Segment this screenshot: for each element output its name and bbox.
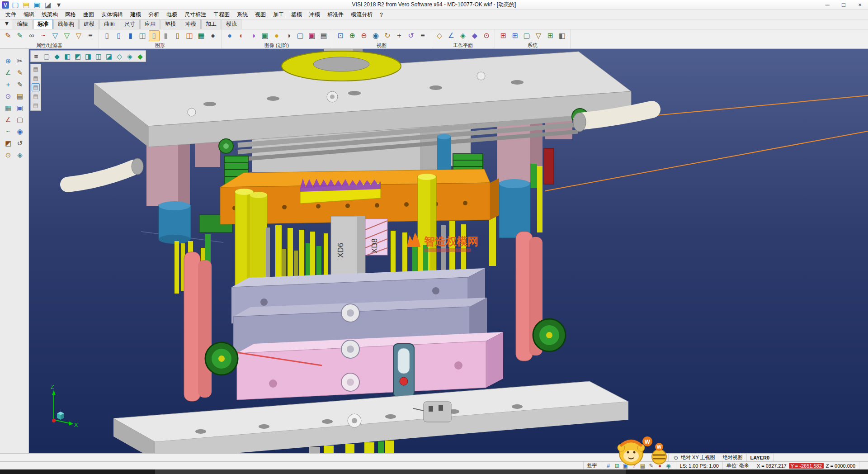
- render-icon[interactable]: ●: [224, 30, 235, 41]
- taskbar-window-segment[interactable]: [155, 469, 626, 474]
- latch-unit[interactable]: [393, 344, 414, 403]
- zoom-out-icon[interactable]: ⊖: [359, 30, 369, 41]
- left-view-icon[interactable]: ◫: [94, 51, 104, 61]
- texture-icon[interactable]: ▣: [259, 30, 270, 41]
- display-style-2-icon[interactable]: ▤: [32, 74, 40, 82]
- hidden-line-icon[interactable]: ▯: [113, 30, 124, 41]
- match-attributes-icon[interactable]: ✎: [14, 30, 25, 41]
- menu-item-14[interactable]: 塑模: [288, 10, 306, 19]
- chart-icon[interactable]: ▦: [3, 102, 14, 113]
- rotate-view-icon[interactable]: ↻: [382, 30, 393, 41]
- shadow-icon[interactable]: ◑: [283, 30, 294, 41]
- notes-icon[interactable]: ▤: [14, 90, 25, 101]
- units-segment[interactable]: 单位: 毫米: [722, 462, 753, 469]
- iso-view-icon[interactable]: ◆: [52, 51, 62, 61]
- save-doc-icon[interactable]: ▣: [32, 0, 42, 10]
- workplane-reset-icon[interactable]: ⊙: [481, 30, 492, 41]
- print-icon[interactable]: ◪: [42, 0, 53, 10]
- document-icon[interactable]: ▣: [14, 102, 25, 113]
- shaded-cube-icon[interactable]: ◆: [135, 51, 145, 61]
- lifting-handle-left[interactable]: [68, 158, 143, 185]
- right-view-icon[interactable]: ◨: [83, 51, 93, 61]
- return-pin-right-2[interactable]: [537, 166, 542, 232]
- gallery-icon[interactable]: ▤: [318, 30, 329, 41]
- quick-access-dropdown-icon[interactable]: ▾: [53, 0, 64, 10]
- center-bushings[interactable]: [341, 304, 359, 391]
- menu-item-17[interactable]: 模流分析: [347, 10, 376, 19]
- green-disc-top-left[interactable]: [219, 139, 233, 153]
- lighting-icon[interactable]: ●: [271, 30, 282, 41]
- tab-5[interactable]: 尺寸: [120, 19, 140, 29]
- selection-filter-icon[interactable]: ▽: [533, 30, 544, 41]
- absolute-view-segment[interactable]: 绝对视图: [719, 454, 746, 461]
- pan-view-icon[interactable]: +: [394, 30, 405, 41]
- history-icon[interactable]: ↺: [14, 137, 25, 148]
- active-layer-segment[interactable]: LAYER0: [746, 454, 773, 461]
- tab-2[interactable]: 线架构: [53, 19, 79, 29]
- tab-0[interactable]: 编辑: [13, 19, 33, 29]
- filter-add-icon[interactable]: ▽: [61, 30, 72, 41]
- menu-item-11[interactable]: 系统: [233, 10, 251, 19]
- menu-item-9[interactable]: 尺寸标注: [181, 10, 210, 19]
- menu-item-6[interactable]: 建模: [127, 10, 145, 19]
- zoom-window-icon[interactable]: ⊡: [335, 30, 346, 41]
- workplane-3points-icon[interactable]: ◈: [458, 30, 468, 41]
- blue-bushing[interactable]: [437, 134, 451, 172]
- menu-item-15[interactable]: 冲模: [306, 10, 324, 19]
- tab-4[interactable]: 曲面: [99, 19, 119, 29]
- workplane-xy-icon[interactable]: ∠: [446, 30, 457, 41]
- edit-attributes-icon[interactable]: ✎: [3, 30, 14, 41]
- menu-item-10[interactable]: 工程图: [210, 10, 233, 19]
- top-view-icon[interactable]: ◩: [73, 51, 83, 61]
- close-button[interactable]: ×: [852, 0, 868, 9]
- menu-item-7[interactable]: 分析: [145, 10, 163, 19]
- zoom-all-icon[interactable]: ◉: [370, 30, 381, 41]
- tab-6[interactable]: 应用: [140, 19, 160, 29]
- shaded-icon[interactable]: ▮: [125, 30, 136, 41]
- clipboard-icon[interactable]: ▢: [14, 114, 25, 125]
- menu-item-12[interactable]: 视图: [251, 10, 269, 19]
- tab-10[interactable]: 模流: [222, 19, 241, 29]
- open-doc-icon[interactable]: ▤: [21, 0, 32, 10]
- trim-icon[interactable]: ✂: [14, 55, 25, 66]
- menu-item-8[interactable]: 电极: [163, 10, 181, 19]
- workplane-icon[interactable]: ◇: [434, 30, 445, 41]
- view-manager-icon[interactable]: ≡: [417, 30, 428, 41]
- display-style-5-icon[interactable]: ▤: [32, 101, 40, 109]
- display-style-3-icon[interactable]: ▤: [32, 83, 40, 91]
- selection-mask-icon[interactable]: ≡: [85, 30, 96, 41]
- menu-item-4[interactable]: 曲面: [80, 10, 98, 19]
- wireframe-icon[interactable]: ▯: [102, 30, 113, 41]
- menu-item-16[interactable]: 标准件: [324, 10, 347, 19]
- curve-icon[interactable]: ~: [3, 126, 14, 137]
- mesh-display-icon[interactable]: ▦: [196, 30, 207, 41]
- menu-item-2[interactable]: 线架构: [38, 10, 61, 19]
- origin-icon[interactable]: ⊙: [3, 149, 14, 160]
- render-half-icon[interactable]: ◐: [236, 30, 247, 41]
- color-table-icon[interactable]: ⊞: [498, 30, 509, 41]
- snap-settings-icon[interactable]: ⊞: [545, 30, 556, 41]
- previous-view-icon[interactable]: ↺: [406, 30, 416, 41]
- shaded-edges-icon[interactable]: ◫: [137, 30, 148, 41]
- transparent-icon[interactable]: ▯: [149, 30, 160, 41]
- view-orientation-segment[interactable]: ⊙ 绝对 XY 上视图: [668, 454, 719, 461]
- share-icon[interactable]: ◈: [14, 149, 25, 160]
- point-display-icon[interactable]: ●: [208, 30, 218, 41]
- green-wheel-left[interactable]: [205, 342, 238, 375]
- new-doc-icon[interactable]: ▢: [10, 0, 21, 10]
- stamp-icon[interactable]: ◩: [3, 137, 14, 148]
- viewport-3d[interactable]: ≡▢◆◧◩◨◫◪◇◈◆ ▤▤▤▤▤: [29, 49, 868, 453]
- red-stop-block[interactable]: [544, 148, 554, 184]
- menu-item-13[interactable]: 加工: [269, 10, 288, 19]
- snapshot-icon[interactable]: ▣: [307, 30, 317, 41]
- bottom-view-icon[interactable]: ◇: [114, 51, 124, 61]
- menu-item-18[interactable]: ?: [376, 11, 387, 19]
- profile-settings-icon[interactable]: ◧: [557, 30, 567, 41]
- display-style-4-icon[interactable]: ▤: [32, 92, 40, 100]
- boundary-view-icon[interactable]: ▯: [172, 30, 183, 41]
- menu-item-1[interactable]: 编辑: [20, 10, 38, 19]
- mold-assembly-model[interactable]: XD6 XD8: [29, 49, 868, 453]
- background-icon[interactable]: ▢: [295, 30, 306, 41]
- tab-9[interactable]: 加工: [201, 19, 221, 29]
- zoom-in-icon[interactable]: ⊕: [347, 30, 358, 41]
